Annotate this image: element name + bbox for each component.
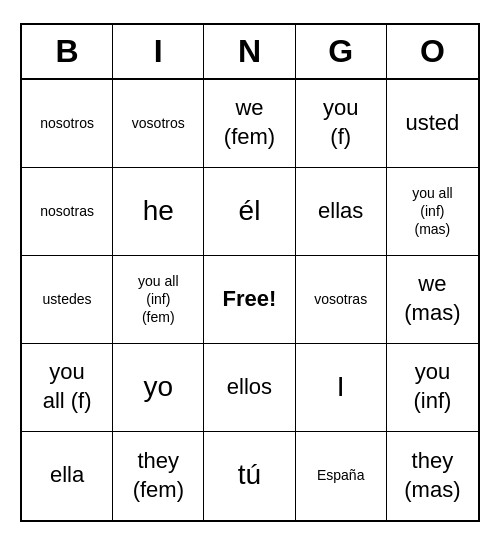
bingo-cell: you all(inf)(mas) (387, 168, 478, 256)
header-letter: O (387, 25, 478, 78)
bingo-cell: they(mas) (387, 432, 478, 520)
bingo-cell: I (296, 344, 387, 432)
bingo-cell: él (204, 168, 295, 256)
bingo-cell: youall (f) (22, 344, 113, 432)
header-letter: N (204, 25, 295, 78)
bingo-cell: nosotras (22, 168, 113, 256)
bingo-cell: they(fem) (113, 432, 204, 520)
bingo-cell: vosotros (113, 80, 204, 168)
bingo-cell: you(inf) (387, 344, 478, 432)
header-letter: B (22, 25, 113, 78)
bingo-header: BINGO (22, 25, 478, 80)
bingo-cell: yo (113, 344, 204, 432)
header-letter: I (113, 25, 204, 78)
bingo-grid: nosotrosvosotroswe(fem)you(f)ustednosotr… (22, 80, 478, 520)
bingo-card: BINGO nosotrosvosotroswe(fem)you(f)usted… (20, 23, 480, 522)
bingo-cell: he (113, 168, 204, 256)
bingo-cell: España (296, 432, 387, 520)
bingo-cell: you(f) (296, 80, 387, 168)
bingo-cell: ustedes (22, 256, 113, 344)
bingo-cell: we(mas) (387, 256, 478, 344)
bingo-cell: usted (387, 80, 478, 168)
header-letter: G (296, 25, 387, 78)
bingo-cell: ella (22, 432, 113, 520)
bingo-cell: nosotros (22, 80, 113, 168)
bingo-cell: we(fem) (204, 80, 295, 168)
bingo-cell: you all(inf)(fem) (113, 256, 204, 344)
bingo-cell: vosotras (296, 256, 387, 344)
bingo-cell: Free! (204, 256, 295, 344)
bingo-cell: tú (204, 432, 295, 520)
bingo-cell: ellos (204, 344, 295, 432)
bingo-cell: ellas (296, 168, 387, 256)
